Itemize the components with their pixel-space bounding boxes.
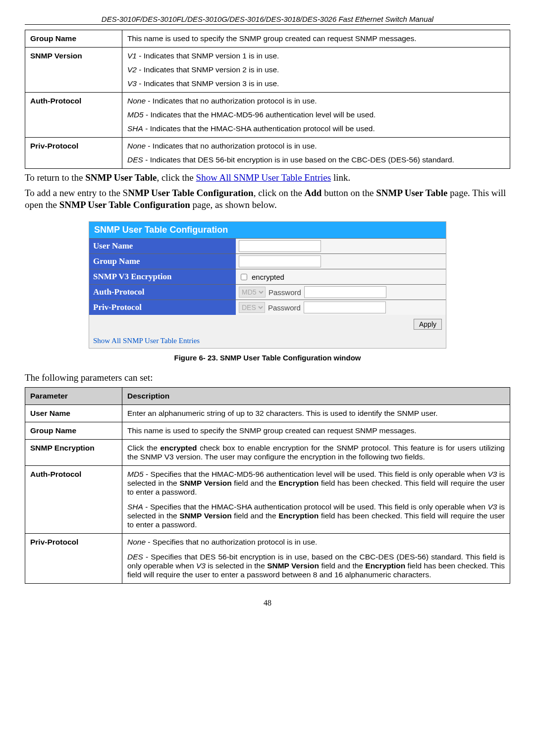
header-product-line: DES-3010F/DES-3010FL/DES-3010G/DES-3016/… — [25, 15, 510, 25]
row-label: Auth-Protocol — [25, 465, 122, 533]
row-label: Auth-Protocol — [25, 93, 122, 138]
def: - Indicates that SNMP version 1 is in us… — [137, 51, 279, 60]
row-label: User Name — [25, 404, 122, 422]
field-label: Auth-Protocol — [89, 285, 236, 300]
def: - Indicates that no authorization protoc… — [146, 97, 317, 105]
definitions-table-1: Group Name This name is used to specify … — [25, 30, 510, 169]
auth-password-input[interactable] — [304, 286, 386, 298]
figure-title: SNMP User Table Configuration — [89, 222, 446, 238]
col-header: Description — [122, 387, 510, 404]
paragraph: The following parameters can set: — [25, 372, 510, 384]
field-label: Group Name — [89, 254, 236, 269]
row-desc: None - Specifies that no authorization p… — [122, 533, 510, 583]
row-label: SNMP Version — [25, 48, 122, 93]
term: MD5 — [127, 110, 144, 119]
def: - Indicates that SNMP version 2 is in us… — [137, 65, 279, 74]
password-label: Password — [268, 303, 301, 312]
password-label: Password — [268, 288, 301, 297]
priv-protocol-select[interactable]: DES — [239, 302, 265, 313]
row-label: Group Name — [25, 422, 122, 439]
figure-caption: Figure 6- 23. SNMP User Table Configurat… — [25, 353, 510, 362]
row-desc: V1 - Indicates that SNMP version 1 is in… — [122, 48, 510, 93]
term: None — [127, 142, 146, 150]
auth-protocol-select[interactable]: MD5 — [239, 287, 266, 298]
paragraph: To add a new entry to the SNMP User Tabl… — [25, 187, 510, 211]
col-header: Parameter — [25, 387, 122, 404]
field-label: User Name — [89, 239, 236, 253]
user-name-input[interactable] — [239, 240, 321, 252]
page-number: 48 — [25, 599, 510, 607]
group-name-input[interactable] — [239, 255, 321, 267]
term: V1 — [127, 51, 137, 60]
def: - Indicates that DES 56-bit encryption i… — [143, 155, 454, 164]
def: - Indicates that the HMAC-SHA authentica… — [143, 124, 375, 133]
row-desc: This name is used to specify the SNMP gr… — [122, 30, 510, 48]
term: SHA — [127, 124, 143, 133]
row-desc: This name is used to specify the SNMP gr… — [122, 422, 510, 439]
def: - Indicates that the HMAC-MD5-96 authent… — [144, 110, 376, 119]
row-desc: None - Indicates that no authorization p… — [122, 138, 510, 169]
term: None — [127, 97, 146, 105]
row-desc: MD5 - Specifies that the HMAC-MD5-96 aut… — [122, 465, 510, 533]
def: - Indicates that SNMP version 3 is in us… — [137, 79, 279, 88]
row-label: Group Name — [25, 30, 122, 48]
def: - Indicates that no authorization protoc… — [146, 142, 317, 150]
apply-button[interactable]: Apply — [414, 319, 442, 330]
term: V3 — [127, 79, 137, 88]
row-desc: None - Indicates that no authorization p… — [122, 93, 510, 138]
term: V2 — [127, 65, 137, 74]
field-label: SNMP V3 Encryption — [89, 269, 236, 284]
show-all-link[interactable]: Show All SNMP User Table Entries — [93, 337, 200, 345]
parameters-table: Parameter Description User Name Enter an… — [25, 387, 510, 584]
paragraph: To return to the SNMP User Table, click … — [25, 172, 510, 184]
row-label: Priv-Protocol — [25, 138, 122, 169]
row-label: Priv-Protocol — [25, 533, 122, 583]
row-label: SNMP Encryption — [25, 439, 122, 465]
field-label: Priv-Protocol — [89, 300, 236, 315]
checkbox-label: encrypted — [252, 273, 284, 281]
row-desc: Enter an alphanumeric string of up to 32… — [122, 404, 510, 422]
priv-password-input[interactable] — [304, 302, 386, 313]
show-all-link[interactable]: Show All SNMP User Table Entries — [196, 172, 331, 183]
config-figure: SNMP User Table Configuration User Name … — [89, 221, 446, 349]
row-desc: Click the encrypted check box to enable … — [122, 439, 510, 465]
encrypted-checkbox[interactable] — [241, 274, 247, 280]
term: DES — [127, 155, 143, 164]
